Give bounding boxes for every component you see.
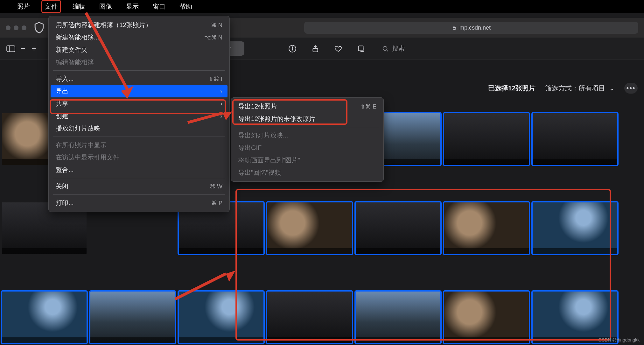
menu-edit[interactable]: 编辑 <box>70 1 88 12</box>
watermark: CSDN @dingdongkk <box>598 337 640 342</box>
file-consolidate[interactable]: 整合... <box>49 164 229 176</box>
selection-row: 已选择12张照片 筛选方式：所有项目 ⌄ ••• <box>286 83 638 94</box>
file-export[interactable]: 导出› <box>51 85 228 97</box>
export-gif: 导出GIF <box>231 142 383 154</box>
photo-thumb[interactable] <box>444 202 529 254</box>
zoom-out-button[interactable]: − <box>20 44 26 53</box>
photo-thumb[interactable] <box>444 113 529 165</box>
menu-window[interactable]: 窗口 <box>150 1 168 12</box>
photo-thumb[interactable] <box>2 292 87 343</box>
photo-thumb[interactable] <box>90 292 175 343</box>
heart-icon[interactable] <box>334 45 342 53</box>
photo-thumb[interactable] <box>267 292 352 343</box>
export-slideshow: 导出幻灯片放映... <box>231 129 383 142</box>
window-controls[interactable] <box>6 25 26 30</box>
filter-value[interactable]: 所有项目 <box>578 84 605 92</box>
menu-image[interactable]: 图像 <box>97 1 115 12</box>
svg-point-5 <box>292 47 293 47</box>
svg-point-8 <box>383 46 387 50</box>
export-memory: 导出"回忆"视频 <box>231 166 383 179</box>
photo-thumb[interactable] <box>356 202 440 254</box>
menubar: 照片 文件 编辑 图像 显示 窗口 帮助 <box>0 0 644 13</box>
svg-line-9 <box>387 50 388 51</box>
svg-rect-0 <box>453 27 456 29</box>
photo-thumb[interactable] <box>179 292 263 343</box>
export-frame: 将帧画面导出到"图片" <box>231 154 383 166</box>
menu-help[interactable]: 帮助 <box>177 1 195 12</box>
share-icon[interactable] <box>311 45 319 53</box>
sidebar-toggle-icon[interactable] <box>6 45 15 52</box>
file-create[interactable]: 创建› <box>49 110 229 122</box>
rotate-icon[interactable] <box>357 45 365 53</box>
chevron-down-icon: ⌄ <box>609 84 615 92</box>
file-new-folder[interactable]: 新建文件夹 <box>49 44 229 56</box>
file-share[interactable]: 共享› <box>49 97 229 110</box>
photo-thumb[interactable] <box>533 113 617 165</box>
photo-thumb[interactable] <box>356 292 440 343</box>
search-placeholder: 搜索 <box>392 44 405 53</box>
search-field[interactable]: 搜索 <box>382 44 405 53</box>
file-reveal-finder: 在访达中显示引用文件 <box>49 151 229 164</box>
svg-rect-7 <box>359 46 363 51</box>
chevron-right-icon: › <box>220 88 222 95</box>
menu-file[interactable]: 文件 <box>41 0 61 13</box>
photo-thumb[interactable] <box>533 292 617 343</box>
more-button[interactable]: ••• <box>624 83 638 94</box>
info-icon[interactable] <box>288 45 297 53</box>
photo-thumb[interactable] <box>444 292 529 343</box>
photo-thumb[interactable] <box>533 202 617 254</box>
file-slideshow[interactable]: 播放幻灯片放映 <box>49 122 229 135</box>
file-edit-smart: 编辑智能相簿 <box>49 56 229 68</box>
privacy-shield-icon[interactable] <box>32 22 46 34</box>
url-text: mp.csdn.net <box>459 25 491 31</box>
filter-label: 筛选方式： <box>545 84 578 92</box>
file-new-smart[interactable]: 新建智能相簿...⌥⌘ N <box>49 31 229 44</box>
file-close[interactable]: 关闭⌘ W <box>49 180 229 193</box>
file-print[interactable]: 打印...⌘ P <box>49 197 229 209</box>
photo-thumb[interactable] <box>267 202 352 254</box>
url-bar[interactable]: mp.csdn.net <box>304 22 638 34</box>
selection-count: 已选择12张照片 <box>488 84 536 93</box>
file-menu: 用所选内容新建相簿（12张照片）⌘ N 新建智能相簿...⌥⌘ N 新建文件夹 … <box>48 16 230 212</box>
menu-app[interactable]: 照片 <box>15 1 32 12</box>
file-import[interactable]: 导入...⇧⌘ I <box>49 73 229 85</box>
export-originals[interactable]: 导出12张照片的未修改原片 <box>231 113 383 125</box>
zoom-in-button[interactable]: + <box>32 44 38 53</box>
lock-icon <box>452 25 457 30</box>
file-new-album[interactable]: 用所选内容新建相簿（12张照片）⌘ N <box>49 19 229 31</box>
file-show-all: 在所有照片中显示 <box>49 139 229 151</box>
search-icon <box>382 45 389 52</box>
menu-view[interactable]: 显示 <box>123 1 141 12</box>
export-submenu: 导出12张照片⇧⌘ E 导出12张照片的未修改原片 导出幻灯片放映... 导出G… <box>231 97 384 182</box>
export-n-photos[interactable]: 导出12张照片⇧⌘ E <box>231 100 383 113</box>
svg-rect-1 <box>7 46 15 52</box>
